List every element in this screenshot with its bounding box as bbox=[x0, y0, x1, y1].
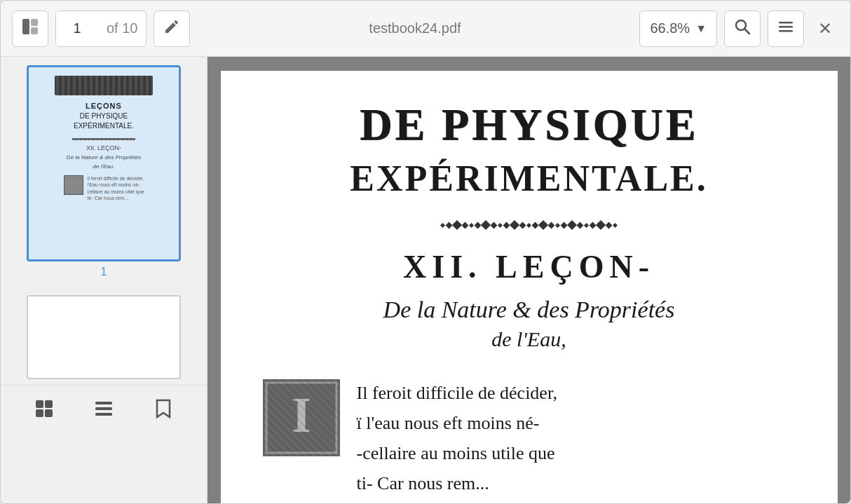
page-of-label: of 10 bbox=[98, 20, 146, 36]
filename-group: testbook24.pdf bbox=[197, 20, 632, 36]
thumb-title-1: LEÇONS bbox=[74, 101, 134, 111]
thumb-small-text: Il feroit difficile de décider, l'Eau no… bbox=[88, 175, 144, 200]
main-content: LEÇONS DE PHYSIQUE EXPÉRIMENTALE. XII. L… bbox=[1, 57, 850, 503]
list-view-button[interactable] bbox=[87, 394, 121, 428]
thumb-title-3: EXPÉRIMENTALE. bbox=[74, 121, 134, 131]
page-input-group: of 10 bbox=[55, 11, 147, 47]
close-icon: ✕ bbox=[818, 19, 832, 39]
thumb-subtitle-1: De la Nature & des Propriétés bbox=[67, 154, 141, 161]
pdf-ornament-divider bbox=[441, 222, 617, 229]
pdf-subtitle-1: De la Nature & des Propriétés bbox=[383, 297, 675, 323]
grid-view-button[interactable] bbox=[27, 394, 61, 428]
pdf-viewer: of 10 testbook24.pdf 66.8% ▼ bbox=[0, 0, 851, 504]
pencil-icon bbox=[163, 18, 180, 39]
pdf-body-line-3: -cellaire au moins utile que bbox=[357, 440, 796, 467]
thumbnail-sidebar: LEÇONS DE PHYSIQUE EXPÉRIMENTALE. XII. L… bbox=[1, 57, 207, 503]
thumb-title-block: LEÇONS DE PHYSIQUE EXPÉRIMENTALE. bbox=[74, 101, 134, 131]
list-icon bbox=[94, 399, 114, 423]
svg-line-4 bbox=[745, 29, 750, 34]
sidebar-bottom-toolbar bbox=[1, 385, 207, 435]
pdf-content-area[interactable]: DE PHYSIQUE EXPÉRIMENTALE. bbox=[207, 57, 850, 503]
zoom-selector[interactable]: 66.8% ▼ bbox=[639, 11, 717, 47]
svg-rect-15 bbox=[263, 379, 340, 456]
svg-rect-12 bbox=[95, 402, 112, 404]
svg-rect-13 bbox=[95, 407, 112, 410]
pdf-title-line2: EXPÉRIMENTALE. bbox=[350, 158, 708, 199]
thumb-subtitle-2: de l'Eau. bbox=[93, 163, 115, 170]
toolbar: of 10 testbook24.pdf 66.8% ▼ bbox=[1, 1, 850, 57]
svg-rect-11 bbox=[45, 409, 53, 417]
thumbnail-content-1: LEÇONS DE PHYSIQUE EXPÉRIMENTALE. XII. L… bbox=[29, 67, 179, 259]
thumbnail-frame-1: LEÇONS DE PHYSIQUE EXPÉRIMENTALE. XII. L… bbox=[27, 65, 181, 261]
thumbnail-page-2[interactable] bbox=[27, 295, 181, 379]
svg-rect-1 bbox=[31, 19, 38, 26]
zoom-chevron-icon: ▼ bbox=[695, 22, 707, 35]
zoom-value-label: 66.8% bbox=[650, 20, 690, 36]
thumbnail-frame-2 bbox=[27, 295, 181, 379]
sidebar-toggle-icon bbox=[21, 18, 39, 40]
thumbnail-page-1[interactable]: LEÇONS DE PHYSIQUE EXPÉRIMENTALE. XII. L… bbox=[27, 65, 181, 278]
thumb-small-img bbox=[64, 175, 83, 195]
search-button[interactable] bbox=[724, 11, 761, 47]
svg-rect-7 bbox=[779, 30, 793, 32]
menu-button[interactable] bbox=[768, 11, 804, 47]
svg-rect-5 bbox=[779, 22, 793, 24]
pencil-button[interactable] bbox=[154, 11, 190, 47]
svg-rect-9 bbox=[45, 400, 53, 408]
svg-rect-8 bbox=[36, 400, 43, 408]
menu-icon bbox=[777, 18, 795, 40]
grid-icon bbox=[34, 399, 54, 423]
svg-rect-6 bbox=[779, 26, 793, 28]
thumb-small-block: Il feroit difficile de décider, l'Eau no… bbox=[64, 175, 144, 200]
pdf-subtitle-2: de l'Eau, bbox=[491, 327, 566, 351]
bookmark-button[interactable] bbox=[147, 394, 180, 428]
svg-rect-16 bbox=[266, 383, 336, 453]
pdf-body-line-4: ti- Car nous rem... bbox=[357, 470, 796, 497]
thumb-title-2: DE PHYSIQUE bbox=[74, 111, 134, 121]
pdf-body-text: Il feroit difficile de décider, ï l'eau … bbox=[357, 379, 796, 500]
bookmark-icon bbox=[155, 399, 172, 423]
pdf-title-line1: DE PHYSIQUE bbox=[360, 99, 698, 151]
page-number-input[interactable] bbox=[56, 11, 98, 47]
sidebar-toggle-button[interactable] bbox=[12, 11, 48, 47]
thumb-section: XII. LEÇON- bbox=[86, 144, 121, 151]
pdf-drop-cap-image: I bbox=[263, 379, 340, 456]
pdf-page: DE PHYSIQUE EXPÉRIMENTALE. bbox=[221, 71, 838, 503]
filename-label: testbook24.pdf bbox=[369, 20, 461, 36]
pdf-body-line-1: Il feroit difficile de décider, bbox=[357, 379, 796, 407]
thumb-ornament-1 bbox=[55, 76, 153, 95]
svg-rect-18 bbox=[263, 379, 340, 456]
svg-rect-2 bbox=[31, 27, 38, 34]
svg-rect-0 bbox=[22, 19, 29, 34]
pdf-section-title: XII. LEÇON- bbox=[403, 248, 655, 285]
search-icon bbox=[733, 18, 751, 40]
svg-text:I: I bbox=[291, 387, 311, 443]
svg-rect-10 bbox=[36, 409, 43, 417]
close-button[interactable]: ✕ bbox=[811, 15, 839, 43]
pdf-body-section: I Il feroit difficile de décider, ï l'ea… bbox=[263, 379, 796, 500]
thumbnail-1-label: 1 bbox=[27, 266, 181, 278]
pdf-body-line-2: ï l'eau nous eft moins né- bbox=[357, 409, 796, 437]
svg-rect-14 bbox=[95, 413, 112, 416]
thumb-decorative-1 bbox=[72, 138, 135, 140]
